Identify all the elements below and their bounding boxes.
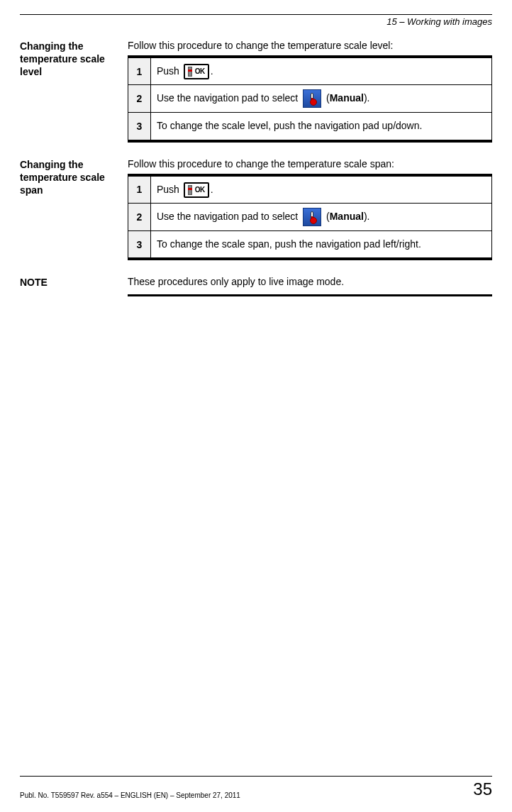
page-number: 35 (473, 779, 492, 799)
table-row: 2 Use the navigation pad to select (Manu… (128, 203, 492, 230)
table-bottom-rule (128, 140, 492, 143)
table-row: 3 To change the scale span, push the nav… (128, 231, 492, 258)
page-footer: Publ. No. T559597 Rev. a554 – ENGLISH (E… (20, 776, 492, 799)
step-number: 3 (128, 231, 151, 258)
step-desc: Push OK. (151, 176, 492, 203)
step-text-pre: Use the navigation pad to select (157, 92, 301, 104)
table-row: 3 To change the scale level, push the na… (128, 113, 492, 140)
step-text-post: ( (323, 92, 330, 104)
table-bottom-rule (128, 258, 492, 260)
thermometer-icon (311, 93, 313, 104)
section-sidebar-label: Changing the temperature scale level (20, 40, 128, 152)
step-text-post: ( (323, 211, 330, 222)
step-number: 2 (128, 203, 151, 230)
step-number: 2 (128, 85, 151, 113)
footer-rule (20, 776, 492, 777)
note-label: NOTE (20, 276, 128, 291)
thermometer-icon (311, 211, 313, 223)
footer-row: Publ. No. T559597 Rev. a554 – ENGLISH (E… (20, 779, 492, 799)
step-text-pre: Use the navigation pad to select (157, 211, 301, 222)
step-desc: To change the scale level, push the navi… (151, 113, 492, 140)
section-scale-level: Changing the temperature scale level Fol… (20, 40, 492, 152)
section-scale-span: Changing the temperature scale span Foll… (20, 158, 492, 271)
step-text-pre: Push (157, 184, 182, 195)
step-desc: Push OK. (151, 58, 492, 85)
note-text: These procedures only apply to live imag… (128, 276, 492, 287)
intro-text: Follow this procedure to change the temp… (128, 158, 492, 169)
step-text-post: . (211, 65, 213, 77)
step-desc: To change the scale span, push the navig… (151, 231, 492, 258)
ok-button-icon: OK (184, 64, 209, 79)
ok-text: OK (195, 184, 205, 196)
chapter-header: 15 – Working with images (20, 16, 492, 27)
note-rule (128, 294, 492, 296)
manual-thermometer-icon (303, 89, 321, 108)
section-content: Follow this procedure to change the temp… (128, 40, 492, 152)
intro-text: Follow this procedure to change the temp… (128, 40, 492, 51)
table-row: 1 Push OK. (128, 176, 492, 203)
step-desc: Use the navigation pad to select (Manual… (151, 85, 492, 113)
step-number: 1 (128, 176, 151, 203)
steps-table: 1 Push OK. 2 Use the navigation pad to s… (128, 57, 492, 140)
step-text-post2: ). (364, 211, 370, 222)
manual-label: Manual (330, 211, 364, 222)
note-content: These procedures only apply to live imag… (128, 276, 492, 291)
publication-info: Publ. No. T559597 Rev. a554 – ENGLISH (E… (20, 791, 240, 799)
step-number: 1 (128, 58, 151, 85)
step-desc: Use the navigation pad to select (Manual… (151, 203, 492, 230)
step-number: 3 (128, 113, 151, 140)
header-rule (20, 14, 492, 15)
note-section: NOTE These procedures only apply to live… (20, 276, 492, 291)
ok-text: OK (195, 65, 205, 78)
slider-icon (188, 185, 192, 195)
section-sidebar-label: Changing the temperature scale span (20, 158, 128, 271)
section-content: Follow this procedure to change the temp… (128, 158, 492, 271)
ok-button-icon: OK (184, 182, 209, 198)
step-text-post2: ). (364, 92, 370, 104)
table-row: 2 Use the navigation pad to select (Manu… (128, 85, 492, 113)
manual-thermometer-icon (303, 208, 321, 226)
step-text-post: . (211, 184, 213, 195)
steps-table: 1 Push OK. 2 Use the navigation pad to s… (128, 176, 492, 259)
step-text-pre: Push (157, 65, 182, 77)
manual-label: Manual (330, 92, 364, 104)
slider-icon (188, 67, 192, 77)
table-row: 1 Push OK. (128, 58, 492, 85)
